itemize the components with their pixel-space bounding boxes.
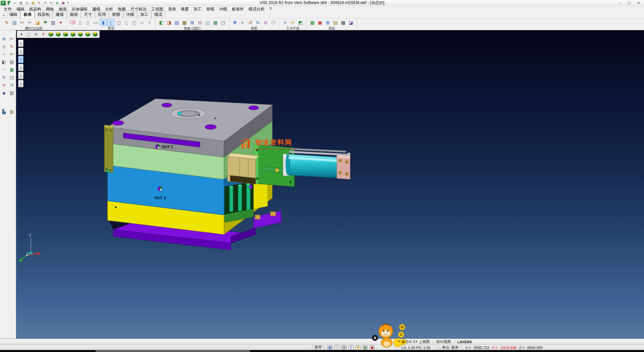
quick-access-icon[interactable]: ✎ <box>36 0 42 5</box>
menu-item[interactable]: ? <box>267 6 274 12</box>
3d-viewport[interactable]: ≡▢⧉✛ <box>16 30 644 339</box>
menu-item[interactable]: 系统 <box>166 6 178 12</box>
quick-access-icon[interactable]: ⎙ <box>24 0 30 5</box>
status-absolute-view[interactable]: 绝对视图 <box>433 339 454 344</box>
side-tool-icon[interactable]: ◳ <box>8 74 15 81</box>
toolbar-tab[interactable]: 编辑 <box>6 11 20 18</box>
view-tool-icon[interactable]: ⧉ <box>33 31 40 37</box>
toolbar-icon[interactable]: ◊ <box>146 19 153 26</box>
side-tool-icon[interactable]: ◧ <box>0 58 8 65</box>
view-cube-icon[interactable] <box>77 31 84 37</box>
model-3d-view[interactable]: OUT 1 OUT 2 Z <box>16 30 644 339</box>
view-cube-icon[interactable] <box>55 31 62 37</box>
status-icon[interactable]: ✱ <box>356 345 361 350</box>
status-icon[interactable]: ▤ <box>341 345 346 350</box>
side-tool-icon[interactable]: ⊕ <box>0 35 8 42</box>
toolbar-tab[interactable]: 标准 <box>20 11 35 18</box>
toolbar-icon[interactable]: ◨ <box>165 19 173 26</box>
toolbar-tab[interactable]: 曲面 <box>67 11 81 18</box>
toolbar-icon[interactable]: ◫ <box>115 19 122 26</box>
toolbar-icon[interactable]: ⊙ <box>262 19 269 26</box>
maximize-button[interactable]: ▢ <box>625 0 634 6</box>
quick-access-icon[interactable]: ▱ <box>12 0 18 5</box>
clipboard-slot-icon[interactable]: ▯ <box>18 80 23 87</box>
quick-access-icon[interactable]: ▣ <box>60 0 66 5</box>
lock-toggle[interactable]: 拴牢 <box>312 345 325 350</box>
toolbar-tab[interactable]: 模流 <box>151 11 165 18</box>
toolbar-icon[interactable]: ▩ <box>339 19 347 26</box>
quick-access-icon[interactable]: ▦ <box>30 0 36 5</box>
toolbar-icon[interactable]: ▤ <box>332 19 339 26</box>
view-cube-icon[interactable] <box>47 31 54 37</box>
toolbar-icon[interactable]: ▣ <box>316 19 324 26</box>
menu-item[interactable]: 塑模 <box>204 6 217 12</box>
clipboard-slot-icon[interactable]: ▯ <box>18 64 23 71</box>
menu-item[interactable]: 视窗 <box>178 6 191 12</box>
toolbar-icon[interactable]: ↺ <box>247 19 254 26</box>
status-icon[interactable]: ▣ <box>327 345 332 350</box>
toolbar-icon[interactable]: ◧ <box>158 19 165 26</box>
close-button[interactable]: ✕ <box>634 0 643 6</box>
view-cube-icon[interactable] <box>84 31 91 37</box>
menu-item[interactable]: 模流分析 <box>246 6 267 12</box>
view-cube-icon[interactable] <box>69 31 76 37</box>
side-tool-icon[interactable]: ▥ <box>8 89 15 96</box>
side-tool-icon[interactable]: ▤ <box>8 58 15 65</box>
view-tool-icon[interactable]: ▢ <box>25 31 32 37</box>
quick-access-icon[interactable]: ▛ <box>6 0 12 5</box>
side-tool-icon[interactable]: ✏ <box>8 50 15 58</box>
menu-item[interactable]: 加工 <box>191 6 204 12</box>
view-cube-icon[interactable] <box>92 31 99 37</box>
toolbar-icon[interactable]: ▯ <box>76 19 84 26</box>
toolbar-icon[interactable]: ▱ <box>138 19 146 26</box>
side-tool-icon[interactable]: ↺ <box>8 81 15 89</box>
status-icon[interactable]: 2 <box>348 345 354 350</box>
quick-access-icon[interactable]: ↻ <box>48 0 54 5</box>
side-tool-icon[interactable]: ▦ <box>8 66 15 73</box>
toolbar-icon[interactable]: ✂ <box>26 19 34 26</box>
quick-access-icon[interactable]: ⊞ <box>54 0 60 5</box>
search-icon[interactable]: ⌕ <box>397 340 401 344</box>
toolbar-icon[interactable]: ▯ <box>84 19 92 26</box>
toolbar-icon[interactable]: ▧ <box>173 19 180 26</box>
toolbar-icon[interactable]: ◪ <box>347 19 355 26</box>
toolbar-icon[interactable]: ➣ <box>239 19 246 26</box>
view-cube-icon[interactable] <box>62 31 69 37</box>
side-tool-icon[interactable]: ↻ <box>0 74 8 81</box>
toolbar-tab[interactable]: 线架构 <box>35 11 53 18</box>
status-icon[interactable]: ♨ <box>334 345 339 350</box>
clipboard-slot-icon[interactable]: ▯ <box>18 72 23 79</box>
minimize-button[interactable]: – <box>615 0 625 6</box>
toolbar-icon[interactable]: ◻ <box>123 19 130 26</box>
status-view-lock[interactable]: 绝对 XY 上视图 <box>401 339 433 344</box>
toolbar-icon[interactable]: ▥ <box>11 19 18 26</box>
toolbar-tab[interactable]: 应用 <box>95 11 109 18</box>
toolbar-icon[interactable]: ◰ <box>130 19 138 26</box>
side-tool-icon[interactable]: ▨ <box>8 108 15 115</box>
toolbar-icon[interactable]: ◱ <box>204 19 211 26</box>
toolbar-icon[interactable]: ↻ <box>254 19 262 26</box>
side-tool-icon[interactable]: ≈ <box>0 50 8 58</box>
toolbar-icon[interactable]: ✎ <box>3 19 10 26</box>
side-tool-icon[interactable]: ✛ <box>0 81 8 89</box>
toolbar-icon[interactable]: ▩ <box>181 19 188 26</box>
side-tool-icon[interactable]: ▙ <box>0 108 8 115</box>
toolbar-icon[interactable]: ⊞ <box>189 19 196 26</box>
toolbar-icon[interactable]: ▦ <box>309 19 316 26</box>
status-layer[interactable]: LAYER0 <box>454 340 475 344</box>
toolbar-icon[interactable]: ◪ <box>34 19 41 26</box>
toolbar-icon[interactable]: ◳ <box>219 19 227 26</box>
clipboard-slot-icon[interactable]: ▯ <box>18 40 23 47</box>
toolbar-icon[interactable]: ▦ <box>212 19 219 26</box>
tab-dropdown-icon[interactable]: ▾ <box>1 13 6 18</box>
toolbar-icon[interactable]: ⊞ <box>324 19 331 26</box>
toolbar-icon[interactable]: ⊟ <box>196 19 204 26</box>
toolbar-icon[interactable]: ▯ <box>107 19 115 26</box>
toolbar-icon[interactable]: ✥ <box>231 19 238 26</box>
toolbar-icon[interactable]: ⬡ <box>270 19 277 26</box>
menu-item[interactable]: 冲模 <box>217 6 229 12</box>
toolbar-tab[interactable]: 冲模 <box>123 11 137 18</box>
toolbar-tab[interactable]: 尺寸 <box>81 11 95 18</box>
chevron-down-icon[interactable]: ▾ <box>66 1 70 4</box>
status-icon[interactable]: ▦ <box>363 345 368 350</box>
